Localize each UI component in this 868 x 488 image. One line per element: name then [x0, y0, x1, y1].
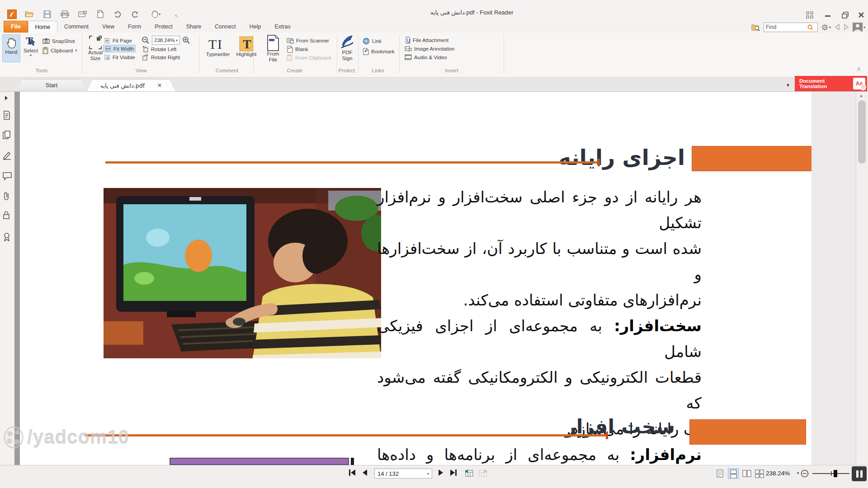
zoom-out-slider-button[interactable]: [801, 469, 809, 478]
collapse-ribbon-icon[interactable]: ᐱ: [857, 67, 860, 72]
zoom-out-button[interactable]: [142, 36, 150, 44]
title-bar: ▾ ⌄̲ دانش فنی پایه.pdf - Foxit Reader: [0, 0, 868, 22]
menu-tab-protect[interactable]: Protect: [148, 21, 179, 33]
print-icon[interactable]: [60, 9, 70, 19]
bookmarks-panel-icon[interactable]: [3, 111, 12, 120]
close-button[interactable]: [854, 11, 868, 19]
account-avatar[interactable]: ▾: [853, 23, 865, 32]
last-page-button[interactable]: [449, 469, 458, 477]
fit-visible-button[interactable]: Fit Visible: [104, 53, 135, 61]
image-annotation-button[interactable]: Image Annotation: [405, 45, 455, 52]
find-input[interactable]: [766, 24, 807, 30]
facing-view-button[interactable]: [741, 468, 752, 479]
menu-tab-share[interactable]: Share: [179, 21, 208, 33]
new-document-icon[interactable]: [95, 9, 105, 19]
tab-start[interactable]: Start: [16, 79, 87, 92]
find-previous-icon[interactable]: [835, 24, 840, 30]
email-icon[interactable]: [77, 9, 87, 19]
minimize-button[interactable]: [821, 11, 835, 19]
window-title: دانش فنی پایه.pdf - Foxit Reader: [430, 9, 514, 16]
link-button[interactable]: Link: [363, 37, 382, 45]
vertical-scrollbar[interactable]: ▲: [856, 92, 868, 465]
first-page-button[interactable]: [348, 469, 357, 477]
continuous-facing-view-button[interactable]: [754, 468, 765, 479]
previous-page-button[interactable]: [362, 469, 371, 477]
next-view-button[interactable]: [478, 469, 488, 477]
body-line: نرم‌افزارهای متفاوتی استفاده می‌کند.: [377, 287, 702, 313]
tab-document[interactable]: دانش فنی پایه.pdf ✕: [87, 79, 175, 92]
security-panel-icon[interactable]: [3, 211, 12, 220]
audio-video-button[interactable]: Audio & Video: [405, 53, 447, 61]
signature-panel-icon[interactable]: [3, 151, 12, 160]
undo-icon[interactable]: [113, 9, 123, 19]
single-page-view-button[interactable]: [714, 468, 725, 479]
fullscreen-toggle-button[interactable]: [852, 466, 867, 481]
body-line: نرم‌افزار: به مجموعه‌ای از برنامه‌ها و د…: [377, 442, 702, 465]
file-attachment-button[interactable]: File Attachment: [405, 36, 448, 44]
clipboard-button[interactable]: Clipboard ▾: [42, 47, 77, 54]
page-number-field[interactable]: 14 / 132 ▾: [374, 469, 432, 479]
from-file-button[interactable]: FromFile: [261, 35, 285, 63]
scrollbar-thumb[interactable]: [858, 100, 866, 164]
rotate-left-button[interactable]: Rotate Left: [142, 45, 176, 53]
fit-width-button[interactable]: Fit Width: [103, 45, 136, 52]
expand-panel-icon[interactable]: [5, 95, 14, 104]
snapshot-button[interactable]: SnapShot: [42, 37, 75, 45]
find-next-icon[interactable]: [844, 24, 849, 30]
from-clipboard-button[interactable]: From Clipboard: [287, 54, 331, 61]
menu-tab-help[interactable]: Help: [243, 21, 268, 33]
from-scanner-button[interactable]: From Scanner: [287, 37, 329, 44]
layout-expand-icon[interactable]: [803, 11, 816, 19]
previous-view-button[interactable]: [464, 469, 474, 477]
from-scanner-label: From Scanner: [296, 38, 329, 43]
customize-toolbar-icon[interactable]: ⌄̲: [171, 9, 181, 19]
menu-tab-extras[interactable]: Extras: [268, 21, 297, 33]
hand-tool-icon[interactable]: ▾: [148, 9, 163, 19]
zoom-slider-thumb[interactable]: [834, 470, 837, 477]
pages-panel-icon[interactable]: [3, 131, 12, 140]
zoom-slider-tick: [831, 471, 832, 476]
tab-list-caret-icon[interactable]: ▼: [786, 83, 790, 88]
menu-tab-view[interactable]: View: [95, 21, 121, 33]
menu-tab-connect[interactable]: Connect: [208, 21, 243, 33]
pdf-sign-button[interactable]: PDFSign: [338, 34, 356, 61]
select-caret[interactable]: ▾: [30, 53, 32, 57]
zoom-in-button[interactable]: [182, 36, 190, 44]
zoom-caret[interactable]: ▾: [176, 38, 178, 42]
select-button[interactable]: T Select ▾: [21, 34, 40, 57]
page-field-caret[interactable]: ▾: [427, 472, 429, 476]
document-translation-button[interactable]: DocumentTranslation Aa: [795, 76, 867, 91]
fit-page-label: Fit Page: [113, 38, 132, 43]
fit-page-button[interactable]: Fit Page: [104, 37, 132, 44]
document-view: اجزای رایانه: [0, 92, 868, 465]
orange-accent-box: [692, 146, 811, 171]
hand-tool-caret[interactable]: ▾: [159, 12, 160, 16]
comments-panel-icon[interactable]: [3, 172, 12, 181]
certificates-panel-icon[interactable]: [3, 232, 12, 241]
next-page-button[interactable]: [438, 469, 447, 477]
restore-button[interactable]: [838, 11, 852, 19]
zoom-value-box[interactable]: 238.24% ▾: [152, 36, 180, 45]
attachments-panel-icon[interactable]: [3, 192, 12, 201]
open-file-icon[interactable]: [24, 9, 34, 19]
bookmark-button[interactable]: Bookmark: [363, 47, 395, 55]
status-zoom-caret[interactable]: ▾: [797, 471, 799, 475]
scroll-up-icon[interactable]: ▲: [859, 93, 863, 98]
foxit-logo-icon[interactable]: [7, 9, 17, 19]
continuous-view-button[interactable]: [728, 468, 739, 479]
find-options-gear-icon[interactable]: ▾: [821, 24, 831, 31]
blank-button[interactable]: Blank: [287, 45, 308, 53]
menu-tab-form[interactable]: Form: [121, 21, 148, 33]
redo-icon[interactable]: [130, 9, 140, 19]
menu-tab-comment[interactable]: Comment: [57, 21, 95, 33]
hand-button[interactable]: Hand: [2, 34, 20, 62]
highlight-button[interactable]: T Highlight: [233, 36, 259, 57]
save-icon[interactable]: [42, 9, 52, 19]
typewriter-button[interactable]: TI Typewriter: [203, 36, 232, 57]
rotate-right-button[interactable]: Rotate Right: [142, 53, 180, 61]
search-folder-icon[interactable]: [751, 23, 760, 31]
tab-close-icon[interactable]: ✕: [157, 82, 162, 89]
menu-tab-file[interactable]: File: [4, 21, 28, 33]
menu-tab-home[interactable]: Home: [28, 21, 57, 33]
clipboard-caret[interactable]: ▾: [75, 48, 77, 52]
